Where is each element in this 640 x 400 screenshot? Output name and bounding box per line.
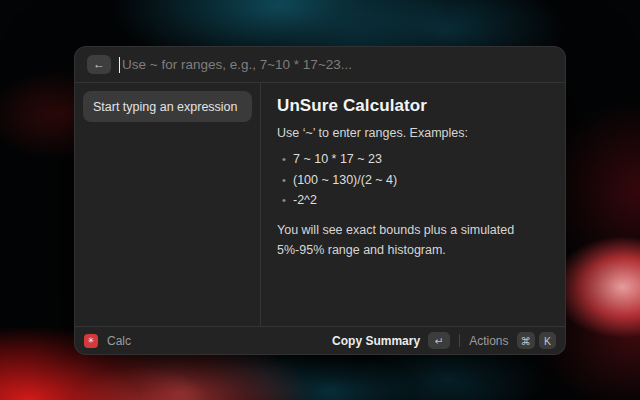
footer-divider bbox=[459, 334, 460, 347]
example-item: • -2^2 bbox=[277, 190, 549, 211]
calc-app-icon: ✳ bbox=[84, 334, 98, 348]
search-bar: ← bbox=[75, 47, 565, 83]
detail-panel: UnSure Calculator Use ‘~’ to enter range… bbox=[260, 83, 565, 326]
asterisk-icon: ✳ bbox=[88, 334, 95, 348]
detail-intro: Use ‘~’ to enter ranges. Examples: bbox=[277, 126, 549, 140]
copy-summary-button[interactable]: Copy Summary bbox=[332, 334, 420, 348]
example-expression: 7 ~ 10 * 17 ~ 23 bbox=[293, 149, 382, 170]
examples-list: • 7 ~ 10 * 17 ~ 23 • (100 ~ 130)/(2 ~ 4)… bbox=[277, 149, 549, 211]
search-input[interactable] bbox=[122, 57, 553, 72]
example-expression: -2^2 bbox=[293, 190, 317, 211]
content-area: Start typing an expression UnSure Calcul… bbox=[75, 83, 565, 326]
app-name: Calc bbox=[107, 334, 131, 348]
list-item-label: Start typing an expression bbox=[93, 100, 238, 114]
actions-menu-button[interactable]: Actions bbox=[469, 334, 508, 348]
detail-note: You will see exact bounds plus a simulat… bbox=[277, 220, 549, 260]
list-item-start-typing[interactable]: Start typing an expression bbox=[83, 91, 252, 122]
example-item: • 7 ~ 10 * 17 ~ 23 bbox=[277, 149, 549, 170]
bullet-icon: • bbox=[277, 149, 291, 170]
cmd-key-badge[interactable]: ⌘ bbox=[517, 332, 536, 349]
launcher-window: ← Start typing an expression UnSure Calc… bbox=[74, 46, 566, 355]
bullet-icon: • bbox=[277, 190, 291, 211]
results-list: Start typing an expression bbox=[75, 83, 260, 326]
back-button[interactable]: ← bbox=[87, 55, 111, 74]
text-caret bbox=[119, 57, 120, 73]
example-expression: (100 ~ 130)/(2 ~ 4) bbox=[293, 170, 397, 191]
back-arrow-icon: ← bbox=[93, 55, 105, 74]
k-key-badge[interactable]: K bbox=[539, 332, 556, 349]
example-item: • (100 ~ 130)/(2 ~ 4) bbox=[277, 170, 549, 191]
bullet-icon: • bbox=[277, 170, 291, 191]
footer-actions: Copy Summary ↵ Actions ⌘ K bbox=[332, 332, 556, 349]
status-bar: ✳ Calc Copy Summary ↵ Actions ⌘ K bbox=[75, 326, 565, 354]
return-key-badge[interactable]: ↵ bbox=[428, 332, 450, 349]
page-title: UnSure Calculator bbox=[277, 96, 549, 116]
